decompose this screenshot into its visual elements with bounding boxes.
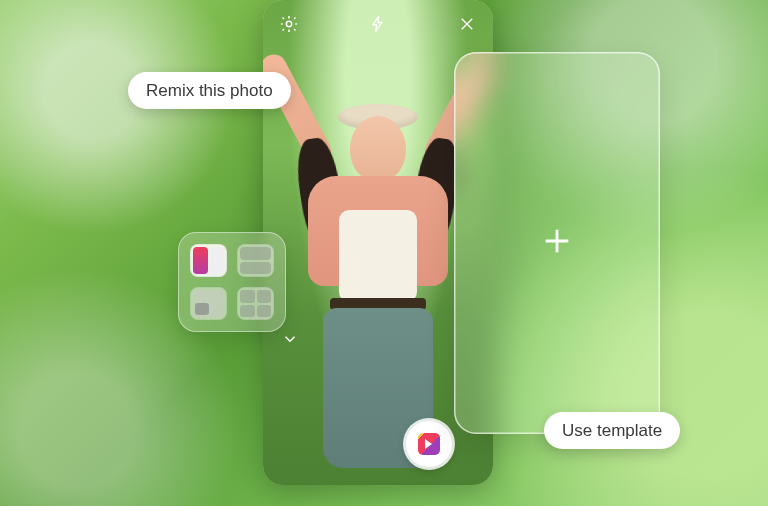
layout-option-grid[interactable] [237,287,274,320]
layout-picker [178,232,286,332]
close-icon[interactable] [457,14,477,34]
use-template-button[interactable]: Use template [544,412,680,449]
reels-icon [418,433,440,455]
layout-option-picture-in-picture[interactable] [190,287,227,320]
remix-photo-label: Remix this photo [146,81,273,100]
layout-option-split-horizontal[interactable] [237,244,274,277]
add-media-panel[interactable] [454,52,660,434]
flash-icon[interactable] [368,14,388,34]
layout-option-split-vertical[interactable] [190,244,227,277]
reels-capture-button[interactable] [406,421,452,467]
use-template-label: Use template [562,421,662,440]
settings-icon[interactable] [279,14,299,34]
photo-subject [293,60,463,420]
camera-top-bar [263,14,493,34]
plus-icon [540,224,574,262]
remix-photo-tooltip[interactable]: Remix this photo [128,72,291,109]
chevron-down-icon[interactable] [281,330,299,352]
svg-point-0 [286,21,291,26]
promo-stage: Remix this photo Use template [0,0,768,506]
